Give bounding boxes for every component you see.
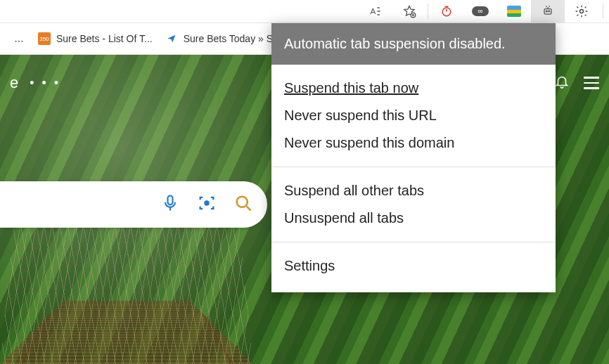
bookmark-favicon-350: 350 [38,32,51,45]
bridge-graphic [0,301,253,364]
popup-item-settings[interactable]: Settings [271,252,556,280]
svg-point-4 [546,11,548,12]
map-icon [507,6,521,17]
read-aloud-button[interactable]: A [359,0,392,23]
search-icon[interactable] [233,193,253,216]
popup-header: Automatic tab suspension disabled. [271,23,556,65]
svg-rect-7 [168,196,173,205]
svg-rect-3 [544,9,551,15]
bookmark-item-2[interactable]: Sure Bets Today » S... [165,32,281,45]
popup-item-suspend-now[interactable]: Suspend this tab now [271,74,556,102]
popup-item-unsuspend-all[interactable]: Unsuspend all tabs [271,204,556,232]
popup-section-2: Suspend all other tabs Unsuspend all tab… [271,167,556,242]
bookmark-favicon-surebet [165,32,178,45]
search-bar[interactable] [0,181,267,228]
bookmarks-overflow-left[interactable]: … [14,33,25,44]
map-extension-button[interactable] [497,0,531,23]
popup-section-1: Suspend this tab now Never suspend this … [271,65,556,167]
notifications-icon[interactable] [554,74,570,92]
popup-section-3: Settings [271,242,556,292]
browser-settings-button[interactable] [565,0,598,23]
infinity-extension-button[interactable]: ∞ [463,0,497,23]
tab-suspender-extension-button[interactable] [531,0,565,23]
popup-item-never-url[interactable]: Never suspend this URL [271,102,556,129]
svg-point-6 [580,10,584,13]
browser-toolbar: A ∞ [0,0,609,23]
page-more-dots[interactable]: • • • [30,76,60,91]
infinity-icon: ∞ [472,6,489,16]
svg-point-9 [237,197,248,207]
popup-item-never-domain[interactable]: Never suspend this domain [271,129,556,157]
toolbar-separator-right [603,4,603,19]
page-logo-letter: e [10,74,18,92]
svg-text:A: A [371,6,376,15]
popup-item-suspend-others[interactable]: Suspend all other tabs [271,177,556,204]
hamburger-menu-icon[interactable] [584,77,599,89]
add-favorite-button[interactable] [392,0,426,23]
voice-search-icon[interactable] [160,193,180,216]
svg-point-5 [549,11,550,12]
timer-extension-button[interactable] [430,0,463,23]
tab-suspender-popup: Automatic tab suspension disabled. Suspe… [271,23,556,292]
bookmark-label: Sure Bets - List Of T... [56,33,153,44]
bookmark-item-1[interactable]: 350 Sure Bets - List Of T... [38,32,153,45]
image-search-icon[interactable] [197,193,217,216]
toolbar-separator [428,4,428,19]
bookmark-label: Sure Bets Today » S... [184,33,281,44]
svg-point-8 [204,200,209,205]
